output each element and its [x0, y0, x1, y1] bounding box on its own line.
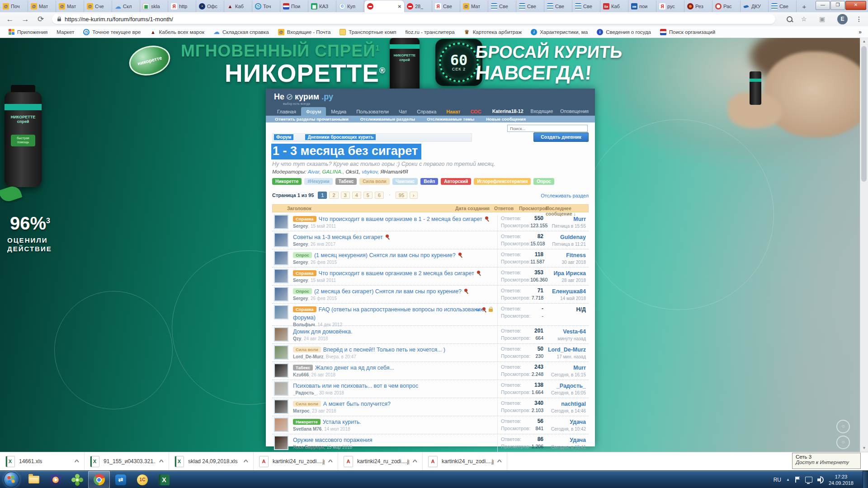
thread-title-link[interactable]: Оружие массового поражения [293, 437, 373, 443]
browser-tab[interactable]: @Мат [460, 0, 488, 12]
prefix-tag[interactable]: Иглорефлексотерапия [474, 178, 531, 185]
taskbar-explorer-icon[interactable] [23, 471, 45, 488]
thread-row[interactable]: СправкаFAQ (ответы на распространенные в… [272, 304, 589, 326]
thread-title-link[interactable]: Вперёд и с песней!! Только петь не хочет… [323, 347, 445, 353]
thread-avatar[interactable] [274, 399, 288, 414]
download-chevron-icon[interactable]: ^ [328, 458, 333, 465]
thread-title-link[interactable]: Что происходит в вашем организме в 1 - 2… [319, 216, 482, 222]
tray-expand-icon[interactable]: ▲ [786, 478, 790, 482]
thread-author[interactable]: Матрос [293, 408, 310, 413]
last-post-time[interactable]: Пятница в 11:21 [535, 242, 586, 247]
clock[interactable]: 17:23 24.09.2018 [829, 474, 854, 486]
last-poster[interactable]: Murr [573, 365, 586, 371]
bookmark-item[interactable]: @Входящие - Почта [274, 28, 335, 37]
thread-author[interactable]: Sergey [293, 260, 308, 265]
thread-row[interactable]: Сила волиВперёд и с песней!! Только петь… [272, 344, 589, 362]
forum-nav-Форум[interactable]: Форум [301, 107, 326, 116]
thread-title-link[interactable]: FAQ (ответы на распространенные вопросы … [293, 306, 485, 321]
thread-title-link[interactable]: Что происходит в вашем организме в 2 мес… [319, 270, 474, 277]
thread-author[interactable]: Хосе Баррера [293, 445, 324, 450]
show-desktop-button[interactable] [863, 471, 868, 488]
download-item[interactable]: Akartinki24_ru_zodi....jpg^ [423, 452, 507, 470]
browser-tab[interactable]: Пои [280, 0, 308, 12]
thread-avatar[interactable] [274, 363, 288, 378]
browser-tab[interactable]: Све [572, 0, 600, 12]
browser-tab[interactable]: Све [769, 0, 797, 12]
browser-tab[interactable]: @Мат [28, 0, 56, 12]
thread-row[interactable]: НикореттеУстала курить.Svetlana M76, 14 … [272, 416, 589, 434]
last-post-time[interactable]: Сегодня, в 16:05 [535, 390, 586, 395]
last-poster[interactable]: Удача [570, 437, 586, 443]
thread-row[interactable]: Домик для домовёнка.Qzy, 24 авг 2018Отве… [272, 326, 589, 344]
scroll-down-icon[interactable]: ▼ [860, 445, 868, 452]
subnav-link[interactable]: Новые сообщения [486, 117, 526, 122]
page-scrollbar[interactable]: ▲ ▼ [860, 38, 868, 452]
thread-title-link[interactable]: А может быть получится? [323, 401, 391, 407]
alerts-link[interactable]: Оповещения [560, 108, 589, 114]
prefix-tag[interactable]: Сила воли [359, 178, 389, 185]
share-circle-icon[interactable]: ○ [836, 420, 850, 433]
thread-row[interactable]: Сила волиА может быть получится?Матрос, … [272, 398, 589, 416]
prefix-tag[interactable]: Авторский [441, 178, 471, 185]
prefix-tag[interactable]: #Некурим [304, 178, 332, 185]
action-center-flag-icon[interactable] [795, 477, 800, 483]
breadcrumb-item[interactable]: Форум [274, 134, 293, 140]
bookmark-item[interactable]: Транспортные комп [336, 28, 400, 37]
browser-tab[interactable]: кмпои [628, 0, 656, 12]
subnav-link[interactable]: Отслеживаемые разделы [360, 117, 415, 122]
thread-author[interactable]: _Радость_ [293, 390, 316, 395]
thread-avatar[interactable] [274, 287, 288, 301]
forum-nav-Пользователи[interactable]: Пользователи [351, 107, 394, 116]
thread-row[interactable]: ТабексЖалко денег на яд для себя...Kzu66… [272, 362, 589, 380]
bookmark-item[interactable]: iХарактеристики, ма [527, 28, 591, 37]
page-button[interactable]: 5 [363, 192, 373, 199]
column-date[interactable]: Дата создания [455, 206, 490, 211]
last-post-time[interactable]: Сегодня, в 10:42 [535, 427, 586, 432]
new-tab-button[interactable]: + [798, 3, 810, 11]
last-poster[interactable]: nachtigal [561, 401, 586, 407]
moderator-link[interactable]: Oksi1, [345, 169, 360, 174]
thread-author[interactable]: Qzy [293, 336, 301, 341]
browser-tab[interactable]: ЯСве [432, 0, 460, 12]
thread-row[interactable]: Оружие массового пораженияХосе Баррера, … [272, 434, 589, 452]
forward-button[interactable]: → [20, 14, 31, 25]
create-diary-button[interactable]: Создать дневник [533, 132, 589, 142]
inbox-link[interactable]: Входящие [531, 108, 553, 114]
download-item[interactable]: Akartinki24_ru_zodi....jpg^ [338, 452, 423, 470]
last-post-time[interactable]: минуту назад [535, 336, 586, 341]
browser-tab[interactable]: ✕ [364, 0, 404, 12]
thread-avatar[interactable] [274, 251, 288, 265]
thread-title-link[interactable]: Советы на 1-3 месяца без сигарет [293, 234, 383, 240]
scrollbar-thumb[interactable] [861, 46, 867, 182]
last-post-time[interactable]: 17 мин. назад [535, 354, 586, 359]
zoom-icon[interactable] [787, 16, 793, 22]
prefix-tag[interactable]: Чампикс [392, 178, 418, 185]
reload-button[interactable]: ⟳ [35, 14, 46, 25]
page-button[interactable]: 95 [396, 192, 407, 199]
last-post-time[interactable]: Сегодня, в 10:41 [535, 445, 586, 450]
bookmark-item[interactable]: ♛Картотека арбитраж [460, 28, 525, 37]
browser-tab[interactable]: Све [516, 0, 544, 12]
thread-author[interactable]: Sergey [293, 242, 308, 247]
forum-nav-Главная[interactable]: Главная [272, 107, 301, 116]
language-indicator[interactable]: RU [774, 477, 781, 483]
page-button[interactable]: 4 [352, 192, 361, 199]
forum-nav-Накат[interactable]: Накат [441, 107, 465, 116]
download-chevron-icon[interactable]: ^ [244, 458, 249, 465]
forum-nav-Медиа[interactable]: Медиа [326, 107, 351, 116]
browser-tab[interactable]: ©Куп [336, 0, 364, 12]
volume-group[interactable] [817, 476, 824, 483]
moderator-link[interactable]: vbykov, [362, 169, 379, 174]
last-poster[interactable]: _Радость_ [557, 383, 586, 389]
thread-avatar[interactable] [274, 345, 288, 360]
column-title[interactable]: Заголовок [287, 206, 311, 211]
bookmark-item[interactable]: Поиск организаций [656, 28, 719, 37]
scroll-up-icon[interactable]: ▲ [860, 38, 868, 45]
prefix-tag[interactable]: Табекс [335, 178, 357, 185]
watch-forum-link[interactable]: Отслеживать раздел [541, 193, 589, 198]
thread-row[interactable]: Советы на 1-3 месяца без сигаретSergey, … [272, 231, 589, 249]
last-post-time[interactable]: 28 авг 2018 [535, 278, 586, 283]
bookmarks-overflow-icon[interactable]: » [859, 29, 862, 35]
column-replies[interactable]: Ответов [494, 206, 514, 211]
page-button[interactable]: 6 [375, 192, 384, 199]
